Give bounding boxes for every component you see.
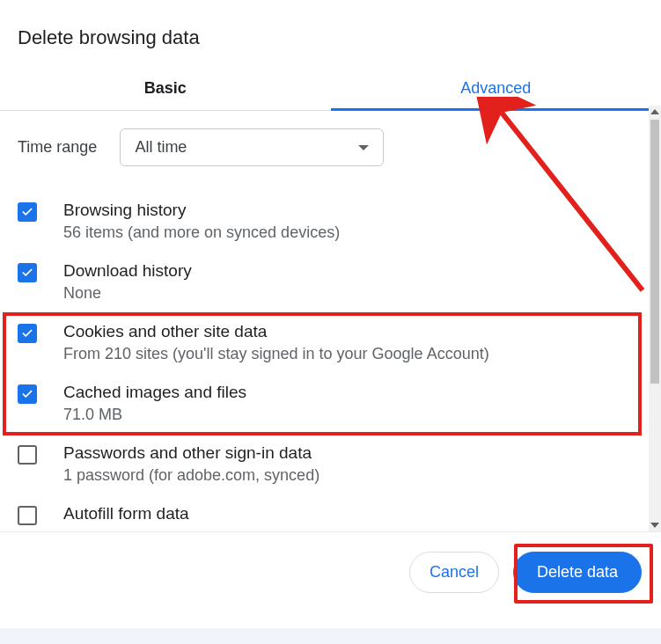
option-row: Passwords and other sign-in data1 passwo… [18, 434, 643, 494]
option-row: Cookies and other site dataFrom 210 site… [18, 312, 643, 373]
check-icon [21, 327, 33, 340]
option-title: Cookies and other site data [63, 322, 489, 341]
option-subtitle: From 210 sites (you'll stay signed in to… [63, 345, 489, 363]
option-texts: Cookies and other site dataFrom 210 site… [63, 322, 489, 363]
option-checkbox[interactable] [18, 384, 37, 404]
option-title: Cached images and files [63, 383, 246, 402]
dialog-actions: Cancel Delete data [0, 531, 661, 593]
scroll-thumb[interactable] [650, 120, 659, 384]
option-row: Browsing history56 items (and more on sy… [18, 191, 643, 252]
option-title: Download history [63, 261, 192, 281]
check-icon [21, 206, 33, 218]
option-row: Download historyNone [18, 252, 643, 312]
scroll-up-icon[interactable] [649, 106, 661, 118]
check-icon [21, 388, 33, 400]
option-subtitle: 56 items (and more on synced devices) [63, 223, 340, 242]
option-subtitle: 71.0 MB [63, 406, 246, 424]
option-texts: Cached images and files71.0 MB [63, 383, 246, 424]
option-checkbox[interactable] [18, 324, 37, 343]
delete-data-button[interactable]: Delete data [513, 552, 642, 593]
option-checkbox[interactable] [18, 263, 37, 282]
option-texts: Download historyNone [63, 261, 192, 303]
tab-advanced[interactable]: Advanced [331, 69, 662, 110]
option-row: Cached images and files71.0 MB [18, 373, 643, 434]
option-title: Passwords and other sign-in data [63, 443, 319, 463]
option-title: Autofill form data [63, 504, 189, 523]
option-checkbox[interactable] [18, 202, 37, 222]
option-texts: Passwords and other sign-in data1 passwo… [63, 443, 319, 485]
option-checkbox[interactable] [18, 445, 37, 465]
option-checkbox[interactable] [18, 506, 37, 525]
time-range-label: Time range [18, 138, 97, 157]
time-range-value: All time [135, 138, 187, 157]
option-title: Browsing history [63, 201, 340, 220]
chevron-down-icon [358, 145, 369, 150]
option-subtitle: 1 password (for adobe.com, synced) [63, 466, 319, 485]
dialog-body: Time range All time Browsing history56 i… [0, 111, 661, 535]
scroll-down-icon[interactable] [649, 519, 661, 531]
tabs: Basic Advanced [0, 69, 661, 111]
dialog-title: Delete browsing data [0, 0, 661, 69]
tab-basic[interactable]: Basic [0, 69, 331, 110]
option-row: Autofill form data [18, 494, 643, 535]
scrollbar[interactable] [649, 106, 661, 531]
option-texts: Browsing history56 items (and more on sy… [63, 201, 340, 242]
check-icon [21, 267, 33, 279]
cancel-button[interactable]: Cancel [409, 552, 499, 593]
option-subtitle: None [63, 284, 192, 303]
time-range-row: Time range All time [18, 128, 643, 166]
option-texts: Autofill form data [63, 504, 189, 523]
footer-strip [0, 628, 661, 644]
time-range-select[interactable]: All time [120, 128, 384, 166]
